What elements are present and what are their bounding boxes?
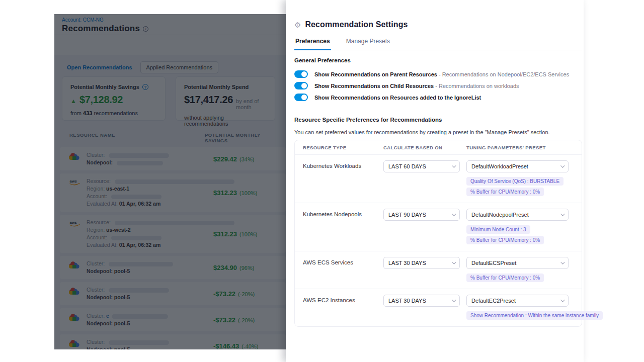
toggle-switch[interactable] bbox=[294, 94, 308, 101]
preference-toggle-row: Show Recommendations on Child Resources … bbox=[294, 80, 574, 92]
preset-select[interactable]: DefaultECSPreset bbox=[466, 257, 569, 269]
calculate-based-on-select[interactable]: LAST 60 DAYS bbox=[383, 160, 460, 172]
toggle-label: Show Recommendations on Child Resources … bbox=[314, 83, 519, 89]
chevron-down-icon bbox=[452, 260, 456, 264]
resource-preferences-description: You can set preferred values for recomme… bbox=[294, 129, 574, 135]
calculate-based-on-select[interactable]: LAST 30 DAYS bbox=[383, 295, 460, 307]
chevron-down-icon bbox=[452, 212, 456, 216]
resource-type-label: Kubernetes Nodepools bbox=[295, 209, 383, 217]
calculate-based-on-select[interactable]: LAST 90 DAYS bbox=[383, 209, 460, 221]
preset-parameter-badge: Minimum Node Count : 3 bbox=[466, 225, 530, 234]
table-column-header: CALCULATE BASED ON bbox=[383, 145, 466, 150]
toggle-label: Show Recommendations on Parent Resources… bbox=[314, 71, 569, 77]
resource-preferences-table: RESOURCE TYPECALCULATE BASED ONTUNING PA… bbox=[294, 140, 582, 327]
chevron-down-icon bbox=[452, 163, 456, 167]
recommendations-page: Account: CCM-NG Recommendations i Open R… bbox=[54, 14, 286, 349]
calculate-based-on-select[interactable]: LAST 30 DAYS bbox=[383, 257, 460, 269]
toggle-switch[interactable] bbox=[294, 82, 308, 89]
resource-preference-row: AWS EC2 InstancesLAST 30 DAYSDefaultEC2P… bbox=[295, 289, 582, 326]
resource-preference-row: AWS ECS ServicesLAST 30 DAYSDefaultECSPr… bbox=[295, 251, 582, 289]
resource-type-label: Kubernetes Workloads bbox=[295, 160, 383, 169]
resource-preference-row: Kubernetes NodepoolsLAST 90 DAYSDefaultN… bbox=[295, 203, 582, 251]
toggle-switch[interactable] bbox=[294, 70, 308, 78]
preset-parameter-badge: % Buffer for CPU/Memory : 0% bbox=[466, 188, 544, 196]
gear-icon: ⚙ bbox=[294, 21, 301, 29]
general-preferences-heading: General Preferences bbox=[294, 57, 574, 63]
chevron-down-icon bbox=[560, 260, 565, 264]
resource-type-label: AWS ECS Services bbox=[295, 257, 383, 265]
preference-toggle-row: Show Recommendations on Resources added … bbox=[294, 92, 574, 103]
chevron-down-icon bbox=[560, 298, 565, 302]
settings-title: Recommendation Settings bbox=[305, 20, 408, 29]
preset-select[interactable]: DefaultWorkloadPreset bbox=[466, 160, 569, 172]
table-column-header: TUNING PARAMETERS' PRESET bbox=[466, 145, 582, 150]
toggle-label: Show Recommendations on Resources added … bbox=[314, 95, 481, 101]
settings-tabs: PreferencesManage Presets bbox=[294, 38, 582, 50]
overlay-scrim[interactable] bbox=[54, 14, 286, 349]
tab-manage-presets[interactable]: Manage Presets bbox=[345, 38, 391, 50]
preference-toggle-row: Show Recommendations on Parent Resources… bbox=[294, 68, 574, 80]
preset-select[interactable]: DefaultEC2Preset bbox=[466, 295, 569, 307]
preset-parameter-badge: Quality Of Service (QoS) : BURSTABLE bbox=[466, 177, 564, 186]
preset-parameter-badge: Show Recommendation : Within the same in… bbox=[466, 311, 603, 320]
chevron-down-icon bbox=[452, 298, 456, 302]
resource-preference-row: Kubernetes WorkloadsLAST 60 DAYSDefaultW… bbox=[295, 155, 582, 203]
preset-select[interactable]: DefaultNodepoolPreset bbox=[466, 209, 569, 221]
table-column-header: RESOURCE TYPE bbox=[295, 145, 383, 150]
resource-type-label: AWS EC2 Instances bbox=[295, 295, 383, 303]
chevron-down-icon bbox=[560, 212, 565, 216]
preset-parameter-badge: % Buffer for CPU/Memory : 0% bbox=[466, 274, 544, 282]
resource-preferences-heading: Resource Specific Preferences for Recomm… bbox=[294, 117, 574, 123]
preset-parameter-badge: % Buffer for CPU/Memory : 0% bbox=[466, 236, 544, 244]
chevron-down-icon bbox=[560, 163, 565, 167]
tab-preferences[interactable]: Preferences bbox=[294, 38, 331, 50]
recommendation-settings-drawer: ⚙ Recommendation Settings PreferencesMan… bbox=[286, 0, 584, 362]
